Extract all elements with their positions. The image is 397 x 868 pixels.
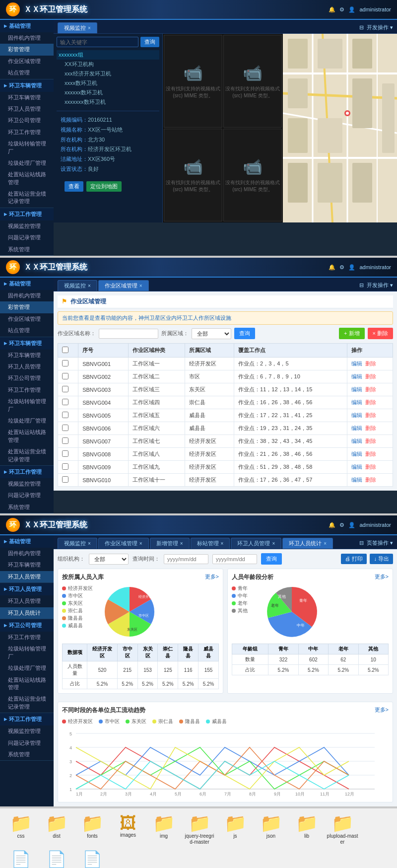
folder-images[interactable]: 🖼 images (111, 812, 145, 847)
tree-item-0[interactable]: xxxxxxx组 (57, 50, 159, 60)
s3-trash[interactable]: 垃圾站转输管理厂 (0, 643, 54, 662)
tab-close-video-2[interactable]: × (88, 283, 91, 289)
row-checkbox[interactable] (62, 373, 68, 379)
s3-problem[interactable]: 问题记录管理 (0, 737, 54, 749)
folder-treegrid[interactable]: 📁 jquery-treegrid-master (183, 812, 216, 847)
tab-close-s3[interactable]: × (221, 541, 224, 546)
del-link[interactable]: 删除 (365, 438, 376, 444)
s2-staff[interactable]: 环卫人员管理 (0, 361, 54, 372)
folder-json[interactable]: 📁 json (254, 812, 288, 847)
s3-search-btn[interactable]: 查询 (261, 553, 282, 565)
s2-breadcrumb-link[interactable]: 当前您查看是查看功能的内容，神州卫星区业内环卫工人作所区域设施 (62, 315, 231, 321)
del-link[interactable]: 删除 (365, 373, 376, 379)
folder-plupload[interactable]: 📁 plupload-master (326, 812, 359, 847)
edit-link[interactable]: 编辑 (351, 399, 362, 405)
tab-pin-1[interactable]: ⊟ (359, 24, 364, 31)
row-checkbox[interactable] (62, 450, 68, 457)
sidebar-item-camera[interactable]: 固件机内管理 (0, 32, 54, 44)
s2-del-btn[interactable]: × 删除 (368, 328, 393, 339)
s3-system[interactable]: 系统管理 (0, 749, 54, 760)
del-link[interactable]: 删除 (365, 425, 376, 431)
edit-link[interactable]: 编辑 (351, 425, 362, 431)
s3-staff-stats[interactable]: 环卫人员统计 (0, 607, 54, 619)
folder-dist[interactable]: 📁 dist (40, 812, 73, 847)
del-link[interactable]: 删除 (365, 464, 376, 470)
settings-icon-3[interactable]: ⚙ (339, 522, 344, 528)
tab-close-sm3[interactable]: × (272, 541, 275, 546)
del-link[interactable]: 删除 (365, 386, 376, 392)
s3-route[interactable]: 处置站运站线路管理 (0, 674, 54, 694)
s2-video[interactable]: 视频监控管理 (0, 478, 54, 490)
tree-item-2[interactable]: xxx经济开发环卫机 (63, 69, 159, 78)
row-checkbox[interactable] (62, 412, 68, 418)
tab-staffstats-3[interactable]: 环卫人员统计 × (282, 538, 333, 549)
tab-ops-2[interactable]: 开发操作 ▾ (367, 282, 393, 289)
file-caralam[interactable]: 📄 carAlam.html (75, 849, 109, 868)
s2-problem[interactable]: 问题记录管理 (0, 490, 54, 501)
del-link[interactable]: 删除 (365, 451, 376, 457)
row-checkbox[interactable] (62, 360, 68, 366)
s2-basic-title[interactable]: 基础管理 (0, 278, 54, 290)
sidebar-item-staff[interactable]: 环卫人员管理 (0, 103, 54, 115)
tab-video-2[interactable]: 视频监控 × (58, 280, 97, 291)
tab-close-1[interactable]: × (88, 25, 91, 31)
tree-item-5[interactable]: xxxxxxx数环卫机 (63, 97, 159, 107)
del-link[interactable]: 删除 (365, 361, 376, 366)
s3-line-more[interactable]: 更多> (375, 706, 389, 715)
sidebar-item-factory[interactable]: 垃圾处理厂管理 (0, 157, 54, 169)
s3-factory[interactable]: 垃圾处理厂管理 (0, 662, 54, 674)
row-checkbox[interactable] (62, 437, 68, 444)
edit-link[interactable]: 编辑 (351, 477, 362, 483)
notif-icon-3[interactable]: 🔔 (329, 522, 335, 528)
s2-factory[interactable]: 垃圾处理厂管理 (0, 415, 54, 427)
s3-hv-title[interactable]: 环卫公司管理 (0, 619, 54, 632)
row-checkbox[interactable] (62, 399, 68, 405)
tab-video-1[interactable]: 视频监控 × (58, 22, 97, 33)
s3-staff-title[interactable]: 环卫人员管理 (0, 583, 54, 595)
s2-add-btn[interactable]: + 新增 (339, 328, 364, 339)
del-link[interactable]: 删除 (365, 412, 376, 418)
edit-link[interactable]: 编辑 (351, 373, 362, 379)
edit-link[interactable]: 编辑 (351, 438, 362, 444)
s3-record[interactable]: 处置站运营业绩记录管理 (0, 693, 54, 713)
s2-route[interactable]: 处置站运站线路管理 (0, 427, 54, 446)
s1-locate-btn[interactable]: 定位到地图 (86, 181, 122, 192)
sidebar-item-system[interactable]: 系统管理 (0, 244, 54, 255)
tab-close-w3[interactable]: × (139, 541, 142, 546)
s2-vehicle[interactable]: 环卫车辆管理 (0, 350, 54, 361)
del-link[interactable]: 删除 (365, 477, 376, 483)
s2-filter-area[interactable]: 全部 (192, 328, 231, 339)
sidebar-item-color[interactable]: 彩管管理 (0, 44, 54, 55)
s3-basic-title[interactable]: 基础管理 (0, 535, 54, 548)
tab-fullscreen-1[interactable]: 开发操作 ▾ (367, 24, 393, 31)
sidebar-item-vehicle[interactable]: 环卫车辆管理 (0, 92, 54, 103)
s2-work[interactable]: 环卫工作管理 (0, 384, 54, 396)
sidebar-item-record[interactable]: 处置站运营业绩记录管理 (0, 188, 54, 208)
sidebar-item-workarea[interactable]: 作业区域管理 (0, 56, 54, 67)
sidebar-item-problem[interactable]: 问题记录管理 (0, 232, 54, 243)
s1-search-input[interactable] (57, 37, 138, 47)
s1-search-btn[interactable]: 查询 (140, 37, 159, 47)
sidebar-item-company[interactable]: 环卫公司管理 (0, 115, 54, 126)
sidebar-item-work[interactable]: 环卫工作管理 (0, 127, 54, 138)
folder-lib[interactable]: 📁 lib (290, 812, 324, 847)
s2-system[interactable]: 系统管理 (0, 502, 54, 513)
tab-station-3[interactable]: 标站管理 × (191, 538, 230, 549)
tab-pin-3[interactable]: ⊟ (359, 540, 364, 546)
tab-close-v3[interactable]: × (88, 541, 91, 546)
tab-close-n3[interactable]: × (180, 541, 183, 546)
tab-close-workarea-2[interactable]: × (139, 283, 142, 289)
folder-css[interactable]: 📁 css (4, 812, 38, 847)
s2-trash[interactable]: 垃圾站转输管理厂 (0, 396, 54, 415)
sidebar-item-station[interactable]: 站点管理 (0, 67, 54, 78)
s3-hv-item[interactable]: 环卫工作管理 (0, 632, 54, 643)
file-caranalysis[interactable]: 📄 car_analysis.html (40, 849, 73, 868)
s2-select-all[interactable] (62, 347, 68, 353)
row-checkbox[interactable] (62, 463, 68, 470)
edit-link[interactable]: 编辑 (351, 412, 362, 418)
s3-print-btn[interactable]: 🖨 打印 (341, 554, 367, 564)
settings-icon-2[interactable]: ⚙ (339, 264, 344, 271)
edit-link[interactable]: 编辑 (351, 464, 362, 470)
edit-link[interactable]: 编辑 (351, 451, 362, 457)
s3-staff[interactable]: 环卫人员管理 (0, 571, 54, 582)
